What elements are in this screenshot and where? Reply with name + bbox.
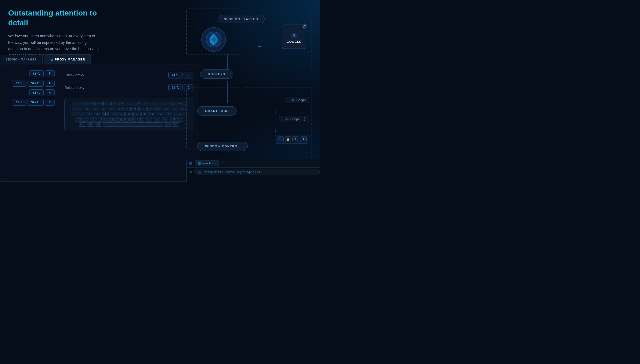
arrow-left-1: ← — [257, 43, 263, 50]
connector-v-1 — [227, 54, 228, 71]
svg-line-2 — [51, 59, 52, 60]
action-export[interactable]: ⬆ — [300, 136, 307, 142]
hotkey-row-1: Ctrl F — [4, 70, 55, 77]
key-shift2: Shift — [28, 99, 44, 106]
key-a: A — [45, 80, 55, 87]
tab-proxy[interactable]: PROXY MANAGER — [44, 54, 91, 64]
key-comma: , — [145, 117, 152, 122]
action-lock[interactable]: 🔒 — [285, 136, 291, 142]
svg-point-13 — [189, 162, 192, 165]
svg-point-1 — [51, 60, 53, 61]
key-ctrl2: Ctrl — [12, 80, 26, 87]
svg-text:G: G — [292, 99, 294, 101]
key-o: O — [147, 107, 154, 111]
hotkeys-label: HOTKEYS — [200, 69, 233, 79]
key-f-key: F — [110, 112, 117, 116]
browser-tab-close[interactable]: × — [214, 162, 216, 165]
lock-icon — [198, 170, 201, 174]
key-u: U — [131, 107, 139, 111]
svg-text:G: G — [293, 34, 295, 37]
hero-section: Outstanding attention to detail We love … — [8, 8, 101, 59]
key-1: 1 — [80, 102, 87, 106]
hotkey-row-4: Ctrl Shift N — [4, 99, 55, 106]
svg-point-5 — [304, 25, 306, 26]
svg-rect-14 — [198, 172, 201, 173]
svg-text:G: G — [286, 118, 288, 120]
tab-session[interactable]: SESSION MANAGER — [0, 55, 43, 64]
key-c: C — [106, 117, 113, 122]
check-proxy-label: Check proxy — [64, 73, 84, 77]
key-alt-l: Alt — [95, 122, 102, 127]
key-j: J — [133, 112, 140, 116]
address-placeholder: Search Google or type a URI — [225, 171, 260, 174]
dashed-box-smart-tabs — [186, 87, 241, 150]
key-a-key: A — [86, 112, 93, 116]
key-7: 7 — [127, 102, 134, 106]
globe-icon — [198, 162, 201, 165]
key-y: Y — [124, 107, 131, 111]
tab-preview-2: × G Google — [279, 116, 309, 122]
key-4: 4 — [103, 102, 110, 106]
tab-close-2[interactable]: × — [282, 118, 283, 121]
key-m: M — [137, 117, 144, 122]
key-semicolon: ; — [157, 112, 164, 116]
key-d: D — [102, 112, 109, 116]
key-e: E — [100, 107, 107, 111]
proxy-icon — [49, 57, 53, 61]
tab-title-2: Google — [291, 117, 300, 121]
key-space — [103, 122, 163, 127]
key-capslock: ⇪ — [71, 112, 85, 116]
person-icon — [301, 23, 308, 29]
browser-tabs-bar: New Tab × + — [187, 159, 320, 168]
delete-proxy-label: Delete proxy — [64, 86, 84, 90]
key-n: N — [45, 89, 55, 96]
key-ctrl-bottom: Ctrl — [79, 122, 86, 127]
key-p: P — [155, 107, 162, 111]
preset-label: Desktop preset 1 — [203, 171, 223, 174]
browser-tab-label: New Tab — [202, 162, 213, 165]
key-5: 5 — [111, 102, 118, 106]
key-tab: →| — [72, 107, 83, 111]
browser-address-bar: ↻ Desktop preset 1 Search Google or type… — [187, 168, 320, 176]
key-6: 6 — [119, 102, 126, 106]
key-win: Win — [87, 122, 94, 127]
key-2: 2 — [88, 102, 95, 106]
key-l: L — [149, 112, 156, 116]
key-v: V — [113, 117, 121, 122]
new-tab-btn[interactable]: + — [221, 161, 223, 166]
app-logo-circle — [201, 27, 226, 52]
action-refresh[interactable]: ↻ — [277, 136, 284, 142]
tab-title-1: Google — [297, 98, 306, 102]
action-import[interactable]: ⬇ — [292, 136, 299, 142]
svg-point-12 — [303, 118, 306, 121]
session-started-label: SESSION STARTED — [218, 15, 265, 23]
key-q: Q — [84, 107, 91, 111]
key-shift-l: Shift — [75, 117, 89, 122]
google-box: G GOOGLE — [282, 25, 306, 49]
tab-preview-1: × G Google — [285, 97, 309, 103]
key-r: R — [108, 107, 115, 111]
hotkey-row-3: Ctrl N — [4, 89, 55, 96]
key-3: 3 — [95, 102, 103, 106]
arrow-down-2: ↓ — [274, 128, 277, 133]
key-g: G — [118, 112, 125, 116]
key-9: 9 — [143, 102, 150, 106]
window-control-label: WINDOW CONTROL — [197, 142, 248, 151]
key-ctrl4: Ctrl — [12, 99, 26, 106]
action-strip: ↻ 🔒 ⬇ ⬆ — [275, 135, 309, 144]
tab-close-1[interactable]: × — [288, 99, 289, 102]
nav-refresh[interactable]: ↻ — [189, 170, 192, 174]
key-x: X — [98, 117, 105, 122]
key-n2: N — [45, 99, 55, 106]
svg-point-0 — [50, 58, 51, 59]
key-b: B — [121, 117, 128, 122]
page-title: Outstanding attention to detail — [8, 8, 101, 28]
key-i: I — [139, 107, 146, 111]
smart-tabs-label: SMART TABS — [197, 106, 237, 116]
diagram-section: SESSION STARTED → ← G — [165, 0, 320, 182]
browser-tab-new[interactable]: New Tab × — [195, 160, 219, 166]
key-0: 0 — [151, 102, 158, 106]
key-ctrl3: Ctrl — [29, 89, 44, 96]
key-shift: Shift — [28, 80, 44, 87]
tabs-bar: SESSION MANAGER PROXY MANAGER — [0, 54, 92, 64]
